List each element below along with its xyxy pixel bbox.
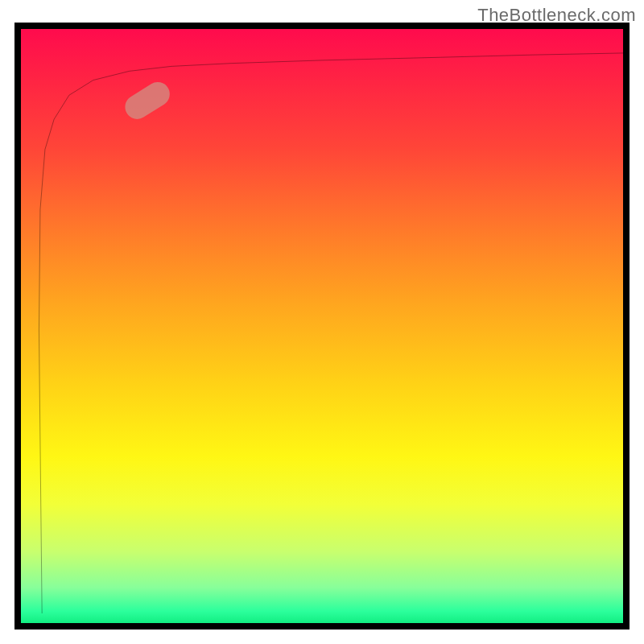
chart-frame <box>14 23 630 630</box>
chart-plot-area <box>21 29 623 623</box>
watermark-text: TheBottleneck.com <box>477 5 636 26</box>
bottleneck-curve-path <box>39 53 623 613</box>
chart-curve <box>21 29 623 623</box>
